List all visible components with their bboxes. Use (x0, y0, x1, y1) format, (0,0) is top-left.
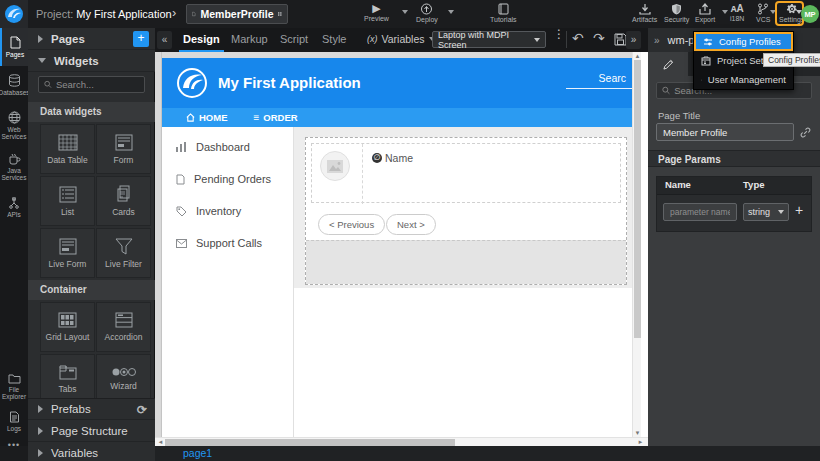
add-page-button[interactable]: + (133, 31, 149, 47)
prefabs-accordion-header[interactable]: Prefabs ⟳ (28, 398, 155, 420)
widget-grid-layout[interactable]: Grid Layout (40, 302, 95, 352)
scroll-left-icon[interactable]: ◄ (156, 439, 165, 445)
nav-order[interactable]: ≡ ORDER (254, 112, 298, 123)
widget-tabs[interactable]: Tabs (40, 354, 95, 404)
rail-item-pages[interactable]: Pages (0, 28, 28, 66)
bind-link-icon[interactable] (800, 127, 811, 138)
rail-more-button[interactable]: ••• (0, 440, 28, 450)
widget-list[interactable]: List (40, 176, 95, 226)
page-selector[interactable]: MemberProfile (186, 4, 288, 24)
canvas-ruler (155, 52, 162, 437)
widget-search[interactable] (38, 76, 145, 93)
preview-button[interactable]: ▶ Preview (364, 3, 389, 22)
nav-home[interactable]: HOME (186, 112, 228, 123)
tab-script[interactable]: Script (276, 28, 312, 52)
list-item-template[interactable]: ∅ Name (311, 143, 621, 203)
next-button[interactable]: Next > (386, 214, 436, 235)
redo-button[interactable]: ↷ (593, 30, 605, 46)
undo-button[interactable]: ↶ (572, 30, 584, 46)
i18n-button[interactable]: ᴀA i18N (730, 3, 744, 22)
list-icon (59, 186, 77, 203)
security-button[interactable]: Security (664, 3, 689, 23)
expand-right-panel-button[interactable]: » (626, 31, 641, 49)
app-header[interactable]: My First Application Searc (162, 58, 632, 108)
variables-dropdown[interactable]: (x) Variables (367, 33, 435, 45)
export-caret-icon[interactable] (722, 10, 728, 14)
tab-markup[interactable]: Markup (227, 28, 272, 52)
tag-icon (176, 206, 187, 217)
user-avatar[interactable]: MP (801, 5, 819, 23)
page-title-input[interactable] (656, 123, 794, 141)
menu-item-inventory[interactable]: Inventory (176, 205, 241, 217)
menu-item-pending-orders[interactable]: Pending Orders (176, 173, 271, 185)
page-params-header[interactable]: Page Params (648, 150, 820, 167)
rail-item-java-services[interactable]: Java Services (0, 146, 28, 188)
avatar-placeholder[interactable] (320, 151, 350, 181)
deploy-button[interactable]: Deploy (416, 3, 438, 23)
data-widgets-label: Data widgets (28, 102, 155, 122)
selected-list-widget[interactable]: ∅ Name < Previous Next > (305, 137, 627, 285)
horizontal-scroll-thumb[interactable] (165, 439, 455, 446)
widget-live-filter[interactable]: Live Filter (96, 228, 151, 278)
rail-item-logs[interactable]: Logs (0, 404, 28, 438)
more-options-button[interactable]: ⋮ (553, 31, 563, 37)
app-search-link[interactable]: Searc (599, 72, 626, 84)
add-param-button[interactable]: + (795, 202, 803, 218)
settings-highlight-border (775, 1, 804, 26)
grid-layout-icon (58, 312, 77, 328)
design-canvas[interactable]: My First Application Searc HOME ≡ ORDER … (155, 52, 648, 437)
rail-item-file-explorer[interactable]: File Explorer (0, 368, 28, 404)
vertical-scroll-thumb[interactable] (634, 60, 641, 338)
tutorials-button[interactable]: Tutorials (490, 3, 517, 23)
widget-form[interactable]: Form (96, 124, 151, 174)
search-icon (662, 86, 670, 95)
properties-tab[interactable] (648, 52, 688, 76)
variables-accordion-header[interactable]: Variables (28, 442, 155, 461)
grid-menu-icon[interactable] (278, 9, 282, 19)
vcs-button[interactable]: VCS (756, 3, 770, 23)
web-services-globe-icon (8, 111, 21, 124)
scroll-up-icon[interactable]: ▲ (633, 53, 642, 59)
wavemaker-logo[interactable] (0, 0, 28, 28)
deploy-caret-icon[interactable] (448, 10, 454, 14)
canvas-horizontal-scrollbar[interactable]: ◄ ► (155, 437, 648, 446)
export-button[interactable]: Export (695, 3, 715, 23)
page-content-area[interactable]: ∅ Name < Previous Next > (294, 127, 632, 288)
pages-accordion-header[interactable]: Pages + (28, 28, 155, 50)
canvas-vertical-scrollbar[interactable]: ▲ ▼ (632, 52, 641, 437)
menu-item-config-profiles[interactable]: Config Profiles (694, 32, 793, 51)
widget-accordion[interactable]: Accordion (96, 302, 151, 352)
device-selector[interactable]: Laptop with MDPI Screen (432, 31, 546, 48)
tab-style[interactable]: Style (318, 28, 350, 52)
scroll-down-icon[interactable]: ▼ (633, 430, 642, 436)
tab-design[interactable]: Design (179, 28, 224, 52)
scroll-right-icon[interactable]: ► (636, 439, 645, 445)
param-type-select[interactable]: string (743, 203, 789, 221)
page1-tab[interactable]: page1 (183, 447, 212, 459)
config-profiles-tooltip: Config Profiles (763, 53, 820, 67)
widget-search-input[interactable] (56, 79, 139, 90)
refresh-icon[interactable]: ⟳ (137, 403, 147, 417)
previous-button[interactable]: < Previous (318, 214, 385, 235)
preview-caret-icon[interactable] (402, 10, 408, 14)
collapse-left-panel-button[interactable]: « (157, 31, 172, 49)
rail-item-web-services[interactable]: Web Services (0, 104, 28, 146)
menu-item-dashboard[interactable]: Dashboard (176, 141, 250, 153)
widget-wizard[interactable]: Wizard (96, 354, 151, 404)
param-name-input[interactable] (663, 203, 737, 221)
name-field[interactable]: ∅ Name (372, 152, 413, 164)
widget-data-table[interactable]: Data Table (40, 124, 95, 174)
col-type: Type (743, 179, 764, 190)
widgets-accordion-header[interactable]: Widgets (28, 50, 155, 72)
rail-item-apis[interactable]: APIs (0, 188, 28, 226)
breadcrumb-chevron-icon: › (172, 5, 176, 20)
rail-item-databases[interactable]: Databases (0, 66, 28, 104)
menu-item-support-calls[interactable]: Support Calls (176, 237, 262, 249)
collapse-right-icon[interactable]: » (654, 35, 660, 46)
cards-icon (115, 185, 133, 203)
widget-live-form[interactable]: Live Form (40, 228, 95, 278)
page-structure-accordion-header[interactable]: Page Structure (28, 420, 155, 442)
menu-item-user-management[interactable]: User Management (694, 70, 793, 89)
widget-cards[interactable]: Cards (96, 176, 151, 226)
artifacts-button[interactable]: Artifacts (632, 3, 657, 23)
